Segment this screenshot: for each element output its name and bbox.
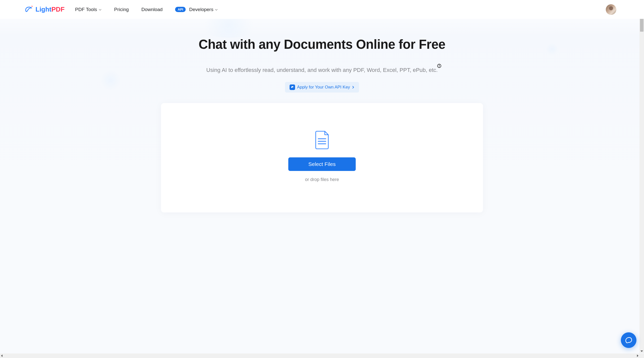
main-nav: PDF Tools Pricing Download API Developer… bbox=[75, 7, 218, 12]
nav-label: Developers bbox=[189, 7, 213, 12]
logo-text: LightPDF bbox=[35, 6, 65, 13]
chat-fab[interactable] bbox=[621, 332, 636, 348]
svg-point-2 bbox=[439, 67, 439, 67]
logo-link[interactable]: LightPDF bbox=[24, 5, 65, 14]
chevron-right-icon bbox=[352, 86, 354, 89]
info-icon[interactable] bbox=[437, 64, 441, 69]
scroll-right-icon bbox=[637, 354, 638, 357]
nav-download[interactable]: Download bbox=[141, 7, 163, 12]
upload-card[interactable]: Select Files or drop files here bbox=[161, 103, 483, 212]
nav-label: Download bbox=[141, 7, 163, 12]
scrollbar-vertical[interactable] bbox=[639, 0, 644, 353]
scroll-down-icon bbox=[640, 350, 643, 352]
chevron-down-icon bbox=[99, 8, 102, 11]
chat-icon bbox=[624, 336, 633, 344]
api-badge: API bbox=[175, 7, 186, 12]
drop-hint: or drop files here bbox=[305, 177, 339, 182]
page-subtitle: Using AI to effortlessly read, understan… bbox=[206, 67, 438, 73]
avatar[interactable] bbox=[606, 4, 616, 15]
nav-pdf-tools[interactable]: PDF Tools bbox=[75, 7, 102, 12]
page-title: Chat with any Documents Online for Free bbox=[0, 37, 644, 52]
api-link-label: Apply for Your Own API Key bbox=[297, 85, 350, 90]
chevron-down-icon bbox=[215, 8, 218, 11]
document-icon bbox=[315, 131, 329, 150]
scroll-corner bbox=[639, 353, 644, 358]
nav-pricing[interactable]: Pricing bbox=[114, 7, 129, 12]
scroll-left-icon bbox=[1, 354, 3, 357]
scrollbar-horizontal[interactable] bbox=[0, 353, 639, 358]
nav-developers[interactable]: API Developers bbox=[175, 7, 218, 12]
hero-section: Chat with any Documents Online for Free … bbox=[0, 19, 644, 93]
logo-icon bbox=[24, 5, 34, 14]
nav-label: PDF Tools bbox=[75, 7, 97, 12]
header: LightPDF PDF Tools Pricing Download API … bbox=[0, 0, 644, 19]
api-link-icon bbox=[290, 84, 295, 90]
select-files-button[interactable]: Select Files bbox=[288, 157, 356, 171]
nav-label: Pricing bbox=[114, 7, 129, 12]
api-key-link[interactable]: Apply for Your Own API Key bbox=[285, 82, 359, 93]
